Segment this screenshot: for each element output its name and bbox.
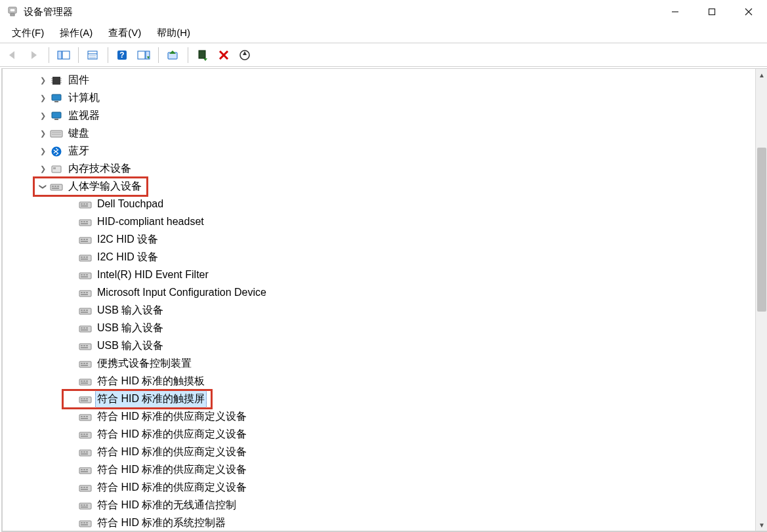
nav-forward-button[interactable]	[25, 46, 43, 64]
scroll-up-button[interactable]: ▲	[756, 69, 767, 81]
device-node[interactable]: ❯便携式设备控制装置	[63, 355, 755, 373]
maximize-button[interactable]	[694, 0, 730, 24]
update-driver-button[interactable]	[164, 46, 182, 64]
expand-icon[interactable]: ❯	[38, 75, 47, 86]
expand-icon[interactable]: ❯	[38, 146, 47, 157]
device-node[interactable]: ❯Microsoft Input Configuration Device	[63, 284, 755, 302]
svg-rect-123	[79, 468, 91, 474]
device-label: Microsoft Input Configuration Device	[96, 285, 268, 301]
svg-rect-86	[86, 327, 88, 329]
category-node[interactable]: ❯键盘	[34, 125, 755, 142]
device-node[interactable]: ❯符合 HID 标准的触摸板	[63, 373, 755, 390]
device-node[interactable]: ❯符合 HID 标准的供应商定义设备	[63, 408, 755, 426]
help-button[interactable]: ?	[114, 46, 132, 64]
device-node[interactable]: ❯符合 HID 标准的供应商定义设备	[63, 461, 755, 479]
scroll-thumb[interactable]	[757, 148, 766, 312]
svg-rect-65	[83, 256, 85, 258]
device-node[interactable]: ❯USB 输入设备	[63, 337, 755, 355]
menu-file[interactable]: 文件(F)	[4, 24, 52, 42]
hid-icon	[79, 199, 92, 210]
category-node[interactable]: ❯监视器	[34, 107, 755, 125]
svg-rect-99	[81, 380, 83, 382]
svg-rect-82	[81, 312, 88, 313]
uninstall-device-button[interactable]	[215, 46, 233, 64]
category-node[interactable]: ❯蓝牙	[34, 142, 755, 160]
svg-rect-127	[81, 471, 88, 472]
minimize-icon	[671, 8, 679, 16]
svg-rect-130	[83, 487, 85, 488]
arrow-right-icon	[28, 50, 41, 60]
svg-rect-54	[81, 221, 83, 222]
device-node[interactable]: ❯USB 输入设备	[63, 302, 755, 319]
category-label: 计算机	[67, 90, 101, 106]
device-node[interactable]: ❯符合 HID 标准的触摸屏	[63, 390, 211, 408]
device-node[interactable]: ❯HID-compliant headset	[63, 213, 755, 231]
menu-help[interactable]: 帮助(H)	[149, 24, 198, 42]
device-label: 符合 HID 标准的供应商定义设备	[96, 462, 248, 478]
close-button[interactable]	[730, 0, 767, 24]
category-node[interactable]: ❯固件	[34, 72, 755, 89]
device-node[interactable]: ❯符合 HID 标准的供应商定义设备	[63, 479, 755, 497]
device-node[interactable]: ❯USB 输入设备	[63, 319, 755, 337]
device-label: I2C HID 设备	[96, 232, 159, 248]
minimize-button[interactable]	[657, 0, 694, 24]
svg-rect-63	[79, 255, 91, 261]
action-pane-button[interactable]	[135, 46, 153, 64]
hid-icon	[79, 412, 92, 422]
panel-icon	[137, 50, 150, 60]
category-node-hid[interactable]: ❯人体学输入设备	[34, 178, 147, 195]
category-node[interactable]: ❯内存技术设备	[34, 160, 755, 178]
device-tree[interactable]: ❯固件❯计算机❯监视器❯键盘❯蓝牙❯内存技术设备❯人体学输入设备❯Dell To…	[3, 69, 755, 531]
svg-rect-37	[51, 131, 62, 137]
menu-view[interactable]: 查看(V)	[100, 24, 149, 42]
chip-icon	[50, 75, 63, 86]
enable-device-button[interactable]	[194, 46, 212, 64]
device-node[interactable]: ❯符合 HID 标准的供应商定义设备	[63, 443, 755, 461]
device-node[interactable]: ❯符合 HID 标准的供应商定义设备	[63, 426, 755, 443]
svg-rect-131	[86, 487, 88, 488]
svg-rect-61	[86, 239, 88, 240]
svg-rect-106	[86, 398, 88, 399]
expand-icon[interactable]: ❯	[38, 92, 47, 104]
svg-rect-140	[83, 522, 85, 523]
category-node[interactable]: ❯计算机	[34, 89, 755, 107]
expand-icon[interactable]: ❯	[38, 128, 47, 139]
category-label: 内存技术设备	[67, 161, 133, 177]
svg-rect-44	[52, 186, 54, 187]
enable-icon	[197, 49, 209, 61]
device-label: 符合 HID 标准的系统控制器	[96, 515, 227, 531]
expand-icon[interactable]: ❯	[38, 163, 47, 174]
device-node[interactable]: ❯符合 HID 标准的无线通信控制	[63, 497, 755, 514]
properties-button[interactable]	[84, 46, 102, 64]
svg-rect-77	[81, 294, 88, 295]
titlebar: 设备管理器	[0, 0, 767, 24]
nav-back-button[interactable]	[4, 46, 22, 64]
svg-rect-88	[79, 344, 91, 350]
scan-hardware-button[interactable]	[236, 46, 254, 64]
collapse-icon[interactable]: ❯	[37, 182, 48, 191]
device-node[interactable]: ❯Dell Touchpad	[63, 195, 755, 213]
expand-icon[interactable]: ❯	[38, 110, 47, 121]
svg-rect-56	[86, 221, 88, 222]
show-hide-console-button[interactable]	[54, 46, 73, 64]
svg-rect-72	[81, 276, 88, 277]
device-node[interactable]: ❯符合 HID 标准的系统控制器	[63, 514, 755, 531]
svg-rect-119	[81, 451, 83, 453]
category-label: 固件	[67, 72, 91, 89]
scroll-down-button[interactable]: ▼	[756, 519, 767, 531]
svg-marker-21	[203, 58, 207, 61]
svg-rect-76	[86, 292, 88, 293]
svg-rect-64	[81, 256, 83, 258]
svg-rect-42	[53, 167, 56, 169]
category-label: 键盘	[67, 125, 91, 142]
svg-rect-66	[86, 256, 88, 258]
device-node[interactable]: ❯I2C HID 设备	[63, 231, 755, 249]
svg-rect-68	[79, 273, 91, 279]
device-node[interactable]: ❯I2C HID 设备	[63, 249, 755, 266]
svg-rect-113	[79, 432, 91, 438]
device-node[interactable]: ❯Intel(R) HID Event Filter	[63, 266, 755, 284]
menu-action[interactable]: 操作(A)	[52, 24, 100, 42]
hid-icon	[79, 323, 92, 334]
vertical-scrollbar[interactable]: ▲ ▼	[755, 69, 767, 531]
hid-icon	[79, 518, 92, 529]
